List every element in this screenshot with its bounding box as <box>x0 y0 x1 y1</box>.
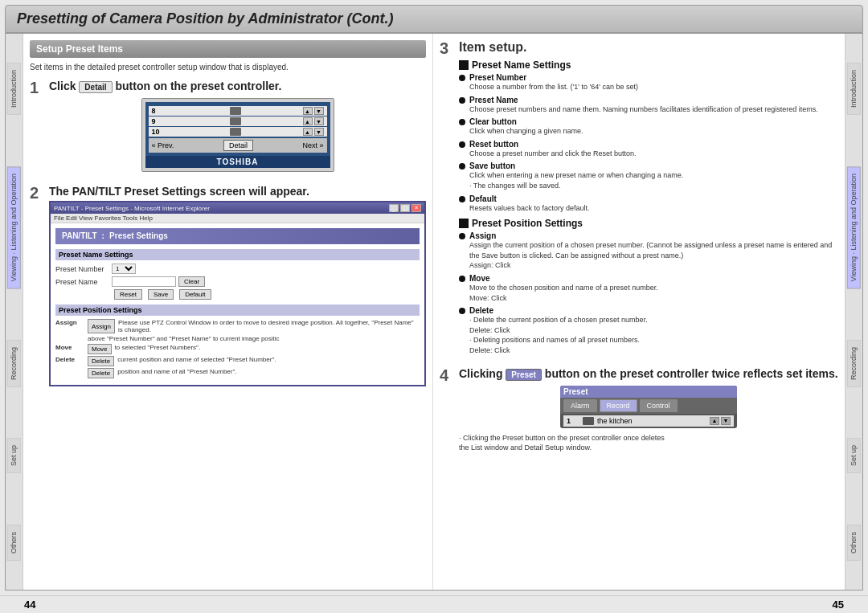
bullet-title-6: Default <box>469 194 838 203</box>
bullet-reset: Reset button Choose a preset number and … <box>459 140 838 159</box>
detail-btn-cam[interactable]: Detail <box>223 140 253 151</box>
browser-controls: _ □ ✕ <box>389 204 421 212</box>
bullet-preset-number: Preset Number Choose a number from the l… <box>459 73 838 92</box>
sidebar-tab-setup-right[interactable]: Set up <box>847 438 861 473</box>
bullet-preset-name: Preset Name Choose preset numbers and na… <box>459 96 838 115</box>
step3: 3 Item setup. Preset Name Settings Prese <box>440 40 838 359</box>
step4-text2: button on the preset controller twice re… <box>545 367 838 380</box>
form-input-name[interactable] <box>112 276 176 287</box>
assign-btn[interactable]: Assign <box>88 319 115 333</box>
cam-icon-9 <box>230 117 241 125</box>
bullet-title-2: Preset Name <box>469 96 838 104</box>
step4: 4 Clicking Preset button on the preset c… <box>440 367 838 453</box>
sidebar-tab-introduction-right[interactable]: Introduction <box>847 63 861 115</box>
cam-ctrl-dn-8[interactable]: ▼ <box>314 107 324 115</box>
preset-tab-label: Preset <box>563 387 588 396</box>
nav-row: « Prev. Detail Next » <box>149 138 327 153</box>
tab-record-btn[interactable]: Record <box>600 399 637 412</box>
camera-screenshot: 8 ▲ ▼ 9 ▲ <box>141 98 334 172</box>
preset-item-num: 1 <box>567 417 579 425</box>
step3-title: Item setup. <box>459 40 838 55</box>
move-btn[interactable]: Move <box>88 344 112 354</box>
cam-ctrl-dn-9[interactable]: ▼ <box>314 117 324 125</box>
preset-arrow-dn[interactable]: ▼ <box>721 417 731 425</box>
bullet-title-5: Save button <box>469 161 838 170</box>
sidebar-tab-others-left[interactable]: Others <box>7 525 21 561</box>
sidebar-tab-others-right[interactable]: Others <box>847 525 861 561</box>
sidebar-tab-introduction-left[interactable]: Introduction <box>7 63 21 115</box>
page-number-right: 45 <box>833 599 844 611</box>
bullet-dot-2 <box>459 97 465 104</box>
screenshot-inner: 8 ▲ ▼ 9 ▲ <box>145 102 330 156</box>
detail-btn-inline[interactable]: Detail <box>79 81 112 93</box>
bullet-title-4: Reset button <box>469 140 838 149</box>
bullet-dot-5 <box>459 163 465 170</box>
delete-text2: position and name of all "Preset Number"… <box>117 368 420 378</box>
bullet-dot-9 <box>459 308 465 314</box>
page-number-left: 44 <box>24 599 35 611</box>
step3-content: Item setup. Preset Name Settings Preset … <box>459 40 838 359</box>
save-btn[interactable]: Save <box>148 289 174 300</box>
preset-item-row: 1 the kitchen ▲ ▼ <box>563 415 734 427</box>
sidebar-tab-recording-right[interactable]: Recording <box>847 340 861 387</box>
cam-controls-9: ▲ ▼ <box>303 117 324 125</box>
sidebar-tab-viewing-right[interactable]: Viewing · Listening and Operation <box>847 166 861 288</box>
reset-btn[interactable]: Reset <box>114 289 142 300</box>
form-label-name: Preset Name <box>55 278 112 286</box>
browser-window: PANTILT - Preset Settings - Microsoft In… <box>49 201 426 386</box>
bullet-desc-7: Assign the current position of a chosen … <box>469 240 838 271</box>
form-select-number[interactable]: 1 2 <box>112 264 136 274</box>
nav-prev[interactable]: « Prev. <box>152 141 174 149</box>
preset-item-name: the kitchen <box>597 417 706 425</box>
browser-menubar: File Edit View Favorites Tools Help <box>51 214 424 223</box>
left-column: Setup Preset Items Set items in the deta… <box>23 34 433 590</box>
clear-btn[interactable]: Clear <box>178 276 205 287</box>
bullet-title-9: Delete <box>469 306 838 315</box>
preset-arrow-up[interactable]: ▲ <box>710 417 719 425</box>
move-row-label: Move <box>55 344 88 354</box>
sidebar-tab-setup-left[interactable]: Set up <box>7 438 21 473</box>
page-wrapper: Presetting of Camera Position by Adminis… <box>0 0 868 613</box>
setup-desc: Set items in the detailed preset control… <box>30 63 426 72</box>
delete-btn1[interactable]: Delete <box>88 356 114 366</box>
sidebar-tab-viewing-left[interactable]: Viewing · Listening and Operation <box>7 166 21 288</box>
right-column: 3 Item setup. Preset Name Settings Prese <box>433 34 845 590</box>
step4-caption1: · Clicking the Preset button on the pres… <box>459 433 838 453</box>
step1-content: Click Detail button on the preset contro… <box>49 80 426 177</box>
cam-ctrl-dn-10[interactable]: ▼ <box>314 128 324 136</box>
nav-next[interactable]: Next » <box>302 141 323 149</box>
title-bar: Presetting of Camera Position by Adminis… <box>5 5 863 33</box>
cam-row-8: 8 ▲ ▼ <box>149 106 327 116</box>
bullet-dot-1 <box>459 75 465 81</box>
cam-ctrl-up-9[interactable]: ▲ <box>303 117 313 125</box>
move-row: Move Move to selected "Preset Numbers". <box>55 344 420 354</box>
delete-row1: Delete Delete current position and name … <box>55 356 420 366</box>
bullet-desc-2: Choose preset numbers and name them. Nam… <box>469 104 838 115</box>
cam-icon-10 <box>230 128 241 136</box>
bullet-desc-3: Click when changing a given name. <box>469 126 838 137</box>
cam-ctrl-up-10[interactable]: ▲ <box>303 128 313 136</box>
browser-minimize-btn[interactable]: _ <box>389 204 399 212</box>
delete-btn2[interactable]: Delete <box>88 368 114 378</box>
preset-cam-icon <box>583 417 594 425</box>
preset-controller-image: Preset Alarm Record Control 1 the kitche… <box>560 386 737 428</box>
default-btn[interactable]: Default <box>179 289 211 300</box>
bullet-dot-3 <box>459 119 465 125</box>
form-row-name: Preset Name Clear <box>55 276 420 287</box>
page-numbers: 44 45 <box>0 595 868 613</box>
preset-btn-inline[interactable]: Preset <box>506 369 542 381</box>
bullet-dot-6 <box>459 196 465 202</box>
tab-alarm-btn[interactable]: Alarm <box>563 399 597 412</box>
sidebar-tab-recording-left[interactable]: Recording <box>7 340 21 387</box>
browser-maximize-btn[interactable]: □ <box>400 204 410 212</box>
step4-text1: Clicking <box>459 367 502 380</box>
assign-row: Assign Assign Please use PTZ Control Win… <box>55 319 420 333</box>
tab-control-btn[interactable]: Control <box>640 399 678 412</box>
step2-num: 2 <box>30 185 44 201</box>
move-text: to selected "Preset Numbers". <box>115 344 420 354</box>
bullet-desc-4: Choose a preset number and click the Res… <box>469 149 838 159</box>
cam-ctrl-up-8[interactable]: ▲ <box>303 107 313 115</box>
bullet-assign: Assign Assign the current position of a … <box>459 231 838 271</box>
browser-close-btn[interactable]: ✕ <box>411 204 421 212</box>
section-header: Setup Preset Items <box>30 40 426 58</box>
